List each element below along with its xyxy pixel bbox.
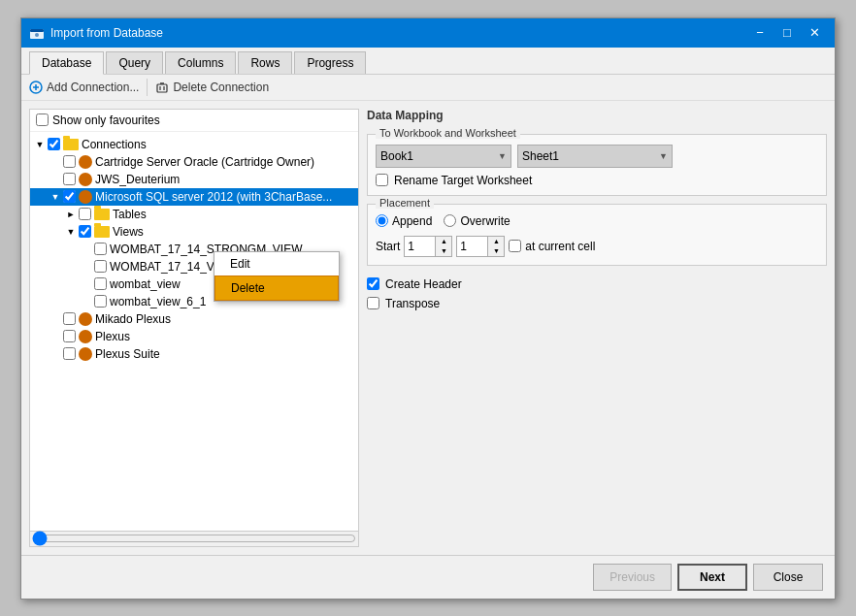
- h-scroll-input[interactable]: [32, 533, 356, 544]
- toolbar-separator: [147, 79, 148, 96]
- previous-button[interactable]: Previous: [593, 564, 672, 591]
- maximize-button[interactable]: □: [774, 22, 800, 44]
- spinner-up-col[interactable]: ▲: [488, 237, 504, 246]
- check-tables[interactable]: [79, 208, 91, 220]
- add-connection-button[interactable]: Add Connection...: [29, 81, 139, 94]
- minimize-button[interactable]: −: [747, 22, 773, 44]
- check-views[interactable]: [79, 225, 91, 238]
- next-button[interactable]: Next: [677, 564, 747, 591]
- tab-progress[interactable]: Progress: [294, 51, 366, 74]
- tree-node-views[interactable]: ▼ Views: [30, 223, 358, 241]
- options-section: Create Header Transpose: [367, 274, 827, 310]
- expand-connections[interactable]: ▼: [32, 137, 48, 152]
- sheet-arrow-icon: ▼: [659, 151, 668, 161]
- start-label: Start: [376, 240, 400, 253]
- placement-title: Placement: [376, 197, 434, 209]
- rename-row: Rename Target Worksheet: [376, 174, 818, 187]
- start-row: Start ▲ ▼ ▲ ▼: [376, 236, 818, 257]
- expand-views[interactable]: ▼: [63, 224, 79, 240]
- show-favourites-checkbox[interactable]: [36, 113, 49, 126]
- workbook-group: To Workbook and Worksheet Book1 ▼ Sheet1…: [367, 134, 827, 196]
- node-label-tables: Tables: [113, 208, 147, 221]
- check-mikado[interactable]: [63, 312, 76, 325]
- spinner-up-row[interactable]: ▲: [436, 237, 451, 246]
- overwrite-label: Overwrite: [444, 214, 510, 228]
- tab-database[interactable]: Database: [29, 51, 104, 75]
- check-view2[interactable]: [94, 260, 107, 273]
- close-button-footer[interactable]: Close: [753, 564, 823, 591]
- book-value: Book1: [380, 149, 413, 163]
- check-plexus-suite[interactable]: [63, 347, 76, 360]
- ctx-delete[interactable]: Delete: [214, 276, 339, 301]
- tree-node-cartridge[interactable]: ► Cartridge Server Oracle (Cartridge Own…: [30, 153, 358, 171]
- check-connections[interactable]: [48, 138, 60, 150]
- close-button[interactable]: ✕: [802, 22, 827, 44]
- delete-connection-button[interactable]: Delete Connection: [155, 81, 269, 94]
- title-bar: Import from Database − □ ✕: [21, 18, 835, 48]
- spinner-btns-row: ▲ ▼: [435, 237, 451, 256]
- tab-query[interactable]: Query: [106, 51, 163, 74]
- tab-rows[interactable]: Rows: [238, 51, 292, 74]
- svg-point-2: [35, 33, 39, 37]
- at-current-cell-label: at current cell: [525, 240, 595, 253]
- start-col-input[interactable]: [457, 239, 487, 254]
- tree-node-plexus-suite[interactable]: ► Plexus Suite: [30, 345, 358, 363]
- rename-checkbox[interactable]: [376, 174, 388, 186]
- spinner-down-col[interactable]: ▼: [488, 246, 504, 256]
- start-col-spinner[interactable]: ▲ ▼: [456, 236, 505, 257]
- section-title: Data Mapping: [367, 109, 827, 122]
- main-window: Import from Database − □ ✕ Database Quer…: [20, 17, 836, 600]
- tree-node-mikado[interactable]: ► Mikado Plexus: [30, 310, 358, 328]
- tree-node-mssql[interactable]: ▼ Microsoft SQL server 2012 (with 3CharB…: [30, 188, 358, 206]
- db-icon-plexus-suite: [79, 347, 92, 361]
- check-jws[interactable]: [63, 173, 76, 185]
- tab-columns[interactable]: Columns: [165, 51, 236, 74]
- rename-label: Rename Target Worksheet: [394, 174, 532, 187]
- footer: Previous Next Close: [21, 555, 835, 599]
- at-current-cell-checkbox[interactable]: [509, 240, 521, 252]
- check-plexus[interactable]: [63, 330, 76, 342]
- tree-area[interactable]: ▼ Connections ► Cartridge Server Oracle …: [30, 132, 358, 531]
- transpose-checkbox[interactable]: [367, 297, 379, 309]
- svg-rect-6: [157, 84, 167, 92]
- horizontal-scrollbar[interactable]: [30, 531, 358, 546]
- check-mssql[interactable]: [63, 190, 76, 203]
- left-panel: Show only favourites ▼ Connections ► Car…: [29, 109, 359, 547]
- node-label-cartridge: Cartridge Server Oracle (Cartridge Owner…: [95, 155, 314, 169]
- node-label-views: Views: [113, 225, 144, 239]
- window-title: Import from Database: [50, 26, 747, 40]
- expand-mssql[interactable]: ▼: [48, 189, 63, 205]
- check-cartridge[interactable]: [63, 155, 76, 168]
- spinner-down-row[interactable]: ▼: [436, 246, 451, 256]
- spinner-btns-col: ▲ ▼: [487, 237, 504, 256]
- append-radio[interactable]: [376, 214, 388, 227]
- check-view3[interactable]: [94, 277, 107, 290]
- workbook-row: Book1 ▼ Sheet1 ▼: [376, 145, 818, 168]
- node-label-plexus-suite: Plexus Suite: [95, 347, 160, 361]
- check-view4[interactable]: [94, 295, 107, 308]
- book-arrow-icon: ▼: [498, 151, 507, 161]
- db-icon-mssql: [79, 190, 92, 204]
- append-label: Append: [376, 214, 432, 228]
- tree-node-jws[interactable]: ► JWS_Deuterium: [30, 171, 358, 188]
- create-header-checkbox[interactable]: [367, 277, 379, 290]
- ctx-edit[interactable]: Edit: [214, 252, 339, 276]
- overwrite-radio[interactable]: [444, 214, 456, 227]
- transpose-label: Transpose: [385, 297, 440, 310]
- tree-node-connections[interactable]: ▼ Connections: [30, 136, 358, 153]
- sheet-combo[interactable]: Sheet1 ▼: [517, 145, 673, 168]
- check-view1[interactable]: [94, 243, 107, 255]
- folder-icon-tables: [94, 209, 110, 220]
- start-row-spinner[interactable]: ▲ ▼: [404, 236, 452, 257]
- start-row-input[interactable]: [405, 239, 435, 254]
- context-menu: Edit Delete: [214, 251, 340, 302]
- tab-bar: Database Query Columns Rows Progress: [21, 48, 835, 75]
- expand-tables[interactable]: ►: [63, 207, 79, 222]
- db-icon-jws: [79, 173, 92, 186]
- tree-node-plexus[interactable]: ► Plexus: [30, 328, 358, 345]
- delete-icon: [155, 81, 169, 94]
- tree-node-tables[interactable]: ► Tables: [30, 206, 358, 223]
- book-combo[interactable]: Book1 ▼: [376, 145, 511, 168]
- transpose-row: Transpose: [367, 297, 827, 310]
- node-label-view3: wombat_view: [110, 277, 181, 291]
